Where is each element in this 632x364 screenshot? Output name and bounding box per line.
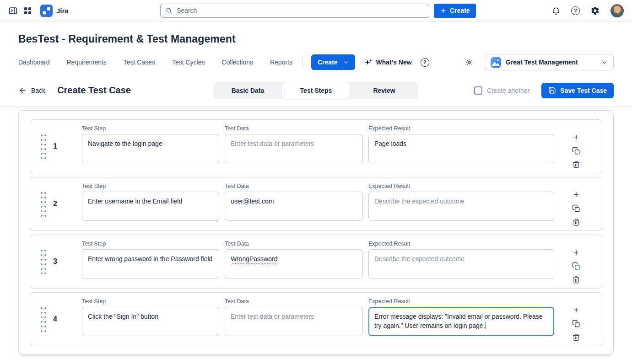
test-step-input[interactable]: Navigate to the login page — [82, 134, 219, 163]
nav-item-dashboard[interactable]: Dashboard — [18, 59, 50, 66]
test-data-input[interactable]: WrongPassword — [225, 249, 363, 278]
delete-step-icon[interactable] — [571, 332, 581, 343]
add-step-icon[interactable]: + — [571, 132, 581, 142]
tab-review[interactable]: Review — [350, 82, 418, 99]
sidebar-toggle-icon[interactable] — [8, 6, 18, 16]
delete-step-icon[interactable] — [571, 160, 581, 170]
drag-handle-icon[interactable] — [40, 191, 47, 217]
delete-step-icon[interactable] — [571, 217, 581, 227]
add-step-icon[interactable]: + — [571, 190, 581, 200]
expected-result-label: Expected Result — [368, 183, 554, 189]
misspelled-text: WrongPassword — [231, 255, 277, 262]
save-test-case-button[interactable]: Save Test Case — [541, 83, 614, 98]
expected-result-label: Expected Result — [368, 125, 554, 132]
add-step-icon[interactable]: + — [571, 305, 581, 315]
test-step-input[interactable]: Enter wrong password in the Password fie… — [82, 249, 219, 278]
jira-logo-icon — [40, 5, 53, 17]
screen-title: Create Test Case — [57, 85, 131, 96]
drag-handle-icon[interactable] — [40, 133, 47, 160]
test-step-input[interactable]: Click the "Sign In" button — [82, 307, 219, 336]
drag-handle-icon[interactable] — [40, 306, 47, 332]
nav-item-collections[interactable]: Collections — [221, 59, 253, 66]
arrow-left-icon — [18, 86, 27, 95]
expected-result-label: Expected Result — [368, 298, 554, 305]
settings-gear-icon[interactable] — [590, 6, 600, 16]
top-navigation-bar: Jira Search Create ? — [0, 0, 632, 21]
test-data-label: Test Data — [225, 241, 363, 247]
test-step-row: 2 Test Step Enter username in the Email … — [30, 177, 602, 231]
nav-item-reports[interactable]: Reports — [270, 59, 292, 66]
text-cursor — [486, 322, 486, 329]
whats-new-button[interactable]: What's New — [364, 58, 412, 67]
project-name: Great Test Management — [506, 59, 596, 66]
wizard-step-tabs: Basic Data Test Steps Review — [214, 82, 418, 99]
app-navigation: Dashboard Requirements Test Cases Test C… — [0, 53, 632, 71]
test-data-input[interactable]: user@test.com — [225, 192, 363, 221]
step-number: 1 — [53, 142, 57, 150]
back-button[interactable]: Back — [18, 86, 45, 95]
chevron-down-icon — [343, 59, 349, 65]
nav-divider — [302, 56, 302, 68]
duplicate-step-icon[interactable] — [571, 319, 581, 329]
test-step-row: 4 Test Step Click the "Sign In" button T… — [30, 292, 602, 346]
expected-result-input[interactable]: Page loads — [368, 134, 554, 163]
test-step-row: 1 Test Step Navigate to the login page T… — [30, 119, 602, 173]
help-icon[interactable]: ? — [571, 6, 580, 15]
project-avatar-icon — [491, 57, 501, 68]
delete-step-icon[interactable] — [571, 275, 581, 285]
search-placeholder: Search — [177, 7, 197, 14]
test-data-input[interactable]: Enter test data or parameters — [225, 307, 363, 336]
step-number: 3 — [53, 257, 57, 266]
plus-icon — [440, 7, 447, 14]
tab-test-steps[interactable]: Test Steps — [282, 82, 350, 99]
create-another-label: Create another — [487, 87, 529, 94]
search-input[interactable]: Search — [160, 4, 429, 18]
test-step-label: Test Step — [82, 125, 219, 132]
nav-item-test-cases[interactable]: Test Cases — [124, 59, 155, 66]
create-test-case-toolbar: Back Create Test Case Basic Data Test St… — [0, 77, 632, 107]
page-title: BesTest - Requirement & Test Management — [18, 33, 614, 45]
theme-toggle-sun-icon[interactable] — [465, 58, 474, 67]
create-dropdown-button[interactable]: Create — [311, 54, 355, 70]
expected-result-input[interactable]: Describe the expected outcome — [368, 192, 554, 221]
test-step-label: Test Step — [82, 298, 219, 305]
user-avatar[interactable] — [610, 4, 624, 17]
notifications-bell-icon[interactable] — [551, 6, 561, 15]
save-icon — [548, 86, 556, 94]
nav-item-test-cycles[interactable]: Test Cycles — [172, 59, 205, 66]
search-icon — [165, 7, 173, 15]
add-step-icon[interactable]: + — [571, 247, 581, 257]
sparkles-icon — [364, 58, 373, 67]
step-number: 4 — [53, 315, 57, 323]
test-step-input[interactable]: Enter username in the Email field — [82, 192, 219, 221]
test-data-input[interactable]: Enter test data or parameters — [225, 134, 363, 163]
expected-result-input[interactable]: Describe the expected outcome — [368, 249, 554, 278]
expected-result-input-focused[interactable]: Error message displays: "Invalid email o… — [368, 307, 554, 336]
drag-handle-icon[interactable] — [40, 248, 47, 275]
help-icon[interactable]: ? — [421, 58, 429, 67]
tab-basic-data[interactable]: Basic Data — [214, 82, 282, 99]
test-data-label: Test Data — [225, 183, 363, 189]
step-number: 2 — [53, 200, 57, 208]
nav-item-requirements[interactable]: Requirements — [67, 59, 107, 66]
test-step-label: Test Step — [82, 241, 219, 247]
duplicate-step-icon[interactable] — [571, 203, 581, 214]
duplicate-step-icon[interactable] — [571, 261, 581, 271]
duplicate-step-icon[interactable] — [571, 146, 581, 156]
test-steps-panel: 1 Test Step Navigate to the login page T… — [18, 110, 614, 355]
create-another-option[interactable]: Create another — [474, 86, 529, 95]
chevron-down-icon — [601, 59, 608, 66]
jira-home-link[interactable]: Jira — [40, 5, 69, 17]
expected-result-label: Expected Result — [368, 241, 554, 247]
test-step-row: 3 Test Step Enter wrong password in the … — [30, 235, 602, 289]
project-selector-dropdown[interactable]: Great Test Management — [485, 54, 614, 70]
create-another-checkbox[interactable] — [474, 86, 482, 95]
test-step-label: Test Step — [82, 183, 219, 189]
test-data-label: Test Data — [225, 125, 363, 132]
app-switcher-icon[interactable] — [23, 6, 32, 15]
test-data-label: Test Data — [225, 298, 363, 305]
app-name: Jira — [56, 7, 69, 15]
global-create-button[interactable]: Create — [434, 4, 476, 18]
